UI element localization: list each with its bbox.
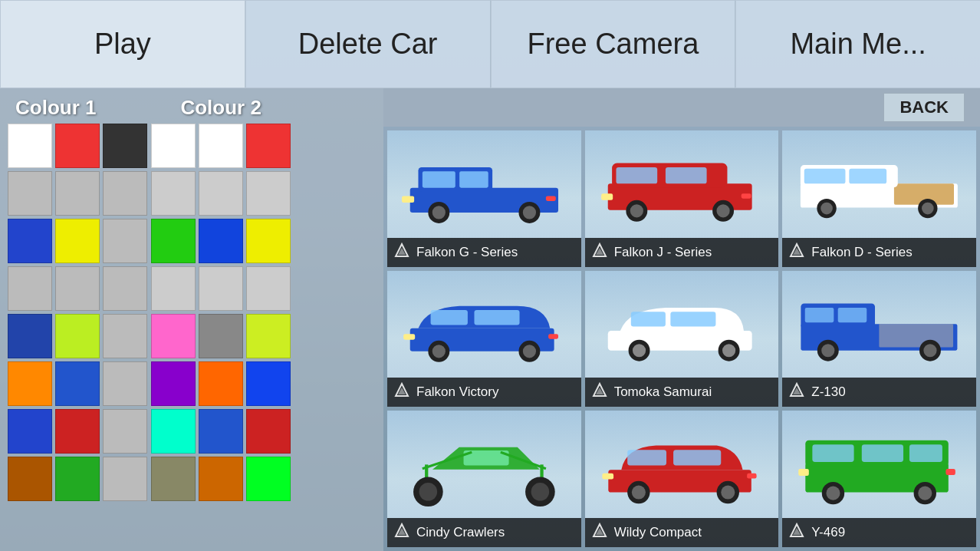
color-swatch[interactable] <box>199 219 243 263</box>
svg-rect-36 <box>431 310 468 325</box>
car-card-falkon-j[interactable]: Falkon J - Series <box>585 130 779 267</box>
color-swatch[interactable] <box>151 171 196 216</box>
car-image-z-130 <box>782 271 976 378</box>
svg-rect-8 <box>402 196 414 203</box>
color-swatch[interactable] <box>246 457 291 501</box>
car-card-y-469[interactable]: Y-469 <box>782 411 976 547</box>
car-label-falkon-j: Falkon J - Series <box>585 238 779 267</box>
color-swatch[interactable] <box>55 266 100 311</box>
color-swatch[interactable] <box>151 219 196 263</box>
svg-point-96 <box>919 486 932 500</box>
colour2-header: Colour 2 <box>180 96 261 120</box>
colour-headers: Colour 1 Colour 2 <box>8 96 376 120</box>
color-swatch[interactable] <box>151 314 196 358</box>
svg-rect-27 <box>804 169 846 184</box>
free-camera-button[interactable]: Free Camera <box>491 0 736 88</box>
color-swatch[interactable] <box>8 314 52 358</box>
color-swatch[interactable] <box>151 457 196 501</box>
car-card-z-130[interactable]: Z-130 <box>782 271 976 407</box>
svg-point-52 <box>722 344 735 357</box>
color-swatch[interactable] <box>55 171 100 216</box>
color-swatch[interactable] <box>103 409 147 454</box>
color-swatch[interactable] <box>103 171 147 216</box>
car-icon-tomoka-samurai <box>591 382 608 402</box>
svg-rect-21 <box>741 194 751 199</box>
car-icon-falkon-victory <box>393 382 410 402</box>
car-name-falkon-g: Falkon G - Series <box>416 245 518 260</box>
color-swatch[interactable] <box>8 409 52 454</box>
color-swatch[interactable] <box>246 124 291 168</box>
car-grid: Falkon G - Series Falkon J - Series <box>383 127 980 551</box>
color-swatch[interactable] <box>103 361 147 406</box>
color-swatch[interactable] <box>103 124 147 168</box>
color-swatch[interactable] <box>55 457 100 501</box>
car-image-cindy-crawlers <box>387 411 581 518</box>
color-swatch[interactable] <box>199 314 243 358</box>
car-card-tomoka-samurai[interactable]: Tomoka Samurai <box>585 271 779 407</box>
color-swatch[interactable] <box>151 266 196 311</box>
car-label-falkon-victory: Falkon Victory <box>387 378 581 407</box>
color-swatch[interactable] <box>55 314 100 358</box>
car-icon-falkon-g <box>393 243 410 262</box>
color-swatch[interactable] <box>103 314 147 358</box>
color-swatch[interactable] <box>199 124 243 168</box>
car-label-tomoka-samurai: Tomoka Samurai <box>585 378 779 407</box>
car-name-falkon-d: Falkon D - Series <box>811 245 912 260</box>
svg-point-83 <box>721 485 735 499</box>
svg-point-50 <box>633 344 646 357</box>
car-icon-cindy-crawlers <box>393 523 410 543</box>
car-card-falkon-victory[interactable]: Falkon Victory <box>387 271 581 407</box>
car-icon-y-469 <box>788 523 805 543</box>
car-label-y-469: Y-469 <box>782 518 976 547</box>
color-swatch[interactable] <box>8 124 52 168</box>
color-swatch[interactable] <box>55 124 100 168</box>
color-swatch[interactable] <box>246 171 291 216</box>
car-card-falkon-g[interactable]: Falkon G - Series <box>387 130 581 267</box>
color-swatch[interactable] <box>8 266 52 311</box>
color-swatch[interactable] <box>103 266 147 311</box>
svg-rect-90 <box>813 444 854 462</box>
svg-rect-14 <box>616 167 657 183</box>
car-card-wildy-compact[interactable]: Wildy Compact <box>585 411 779 547</box>
play-button[interactable]: Play <box>0 0 245 88</box>
delete-car-button[interactable]: Delete Car <box>245 0 491 88</box>
car-card-cindy-crawlers[interactable]: Cindy Crawlers <box>387 411 581 547</box>
color-swatch[interactable] <box>151 124 196 168</box>
car-name-wildy-compact: Wildy Compact <box>614 525 702 540</box>
color-swatch[interactable] <box>199 361 243 406</box>
svg-point-30 <box>821 203 834 215</box>
color-swatch[interactable] <box>199 457 243 501</box>
car-image-wildy-compact <box>585 411 779 518</box>
color-swatch[interactable] <box>199 171 243 216</box>
car-name-y-469: Y-469 <box>811 525 845 540</box>
color-swatch[interactable] <box>246 219 291 263</box>
svg-rect-15 <box>666 167 707 183</box>
car-card-falkon-d[interactable]: Falkon D - Series <box>782 130 976 267</box>
color-swatch[interactable] <box>103 457 147 501</box>
car-label-z-130: Z-130 <box>782 378 976 407</box>
color-swatch[interactable] <box>246 361 291 406</box>
color-grid-2 <box>151 124 291 501</box>
color-swatch[interactable] <box>199 409 243 454</box>
color-swatch[interactable] <box>8 457 52 501</box>
back-button[interactable]: BACK <box>883 93 965 122</box>
color-swatch[interactable] <box>199 266 243 311</box>
car-name-tomoka-samurai: Tomoka Samurai <box>614 384 712 400</box>
main-menu-button[interactable]: Main Me... <box>735 0 980 88</box>
car-icon-falkon-d <box>788 243 805 262</box>
color-swatch[interactable] <box>246 314 291 358</box>
car-label-cindy-crawlers: Cindy Crawlers <box>387 518 581 547</box>
color-swatch[interactable] <box>55 219 100 263</box>
color-swatch[interactable] <box>8 219 52 263</box>
car-image-tomoka-samurai <box>585 271 779 378</box>
color-swatch[interactable] <box>151 409 196 454</box>
color-swatch[interactable] <box>103 219 147 263</box>
color-swatch[interactable] <box>55 361 100 406</box>
color-swatch[interactable] <box>151 361 196 406</box>
color-swatch[interactable] <box>55 409 100 454</box>
color-swatch[interactable] <box>8 171 52 216</box>
color-swatch[interactable] <box>246 266 291 311</box>
color-swatch[interactable] <box>8 361 52 406</box>
svg-rect-57 <box>805 308 834 322</box>
color-swatch[interactable] <box>246 409 291 454</box>
